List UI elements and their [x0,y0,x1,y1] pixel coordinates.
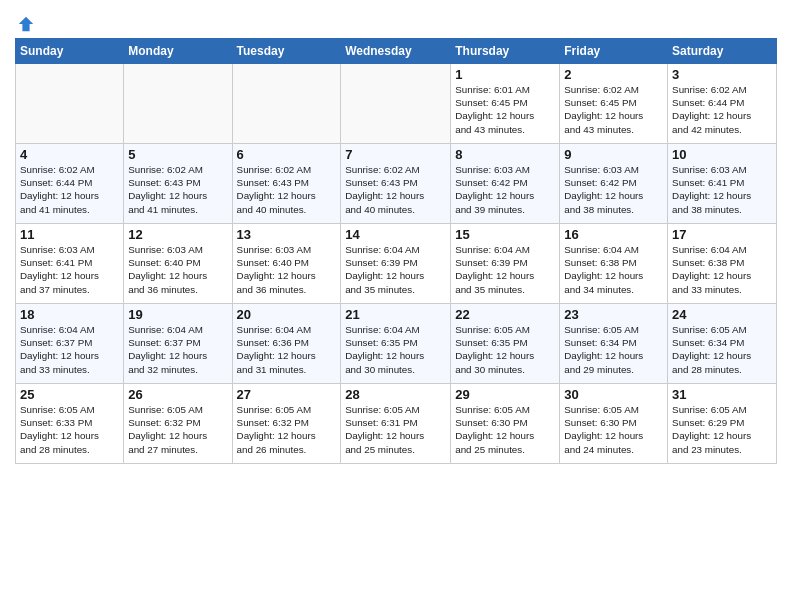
day-info: Sunrise: 6:05 AMSunset: 6:33 PMDaylight:… [20,403,119,456]
day-info: Sunrise: 6:05 AMSunset: 6:32 PMDaylight:… [237,403,337,456]
weekday-header-monday: Monday [124,39,232,64]
weekday-header-wednesday: Wednesday [341,39,451,64]
weekday-header-friday: Friday [560,39,668,64]
calendar-cell: 3Sunrise: 6:02 AMSunset: 6:44 PMDaylight… [668,64,777,144]
day-info: Sunrise: 6:02 AMSunset: 6:43 PMDaylight:… [237,163,337,216]
calendar-cell: 7Sunrise: 6:02 AMSunset: 6:43 PMDaylight… [341,144,451,224]
day-number: 7 [345,147,446,162]
day-number: 27 [237,387,337,402]
day-info: Sunrise: 6:03 AMSunset: 6:42 PMDaylight:… [455,163,555,216]
calendar-cell: 26Sunrise: 6:05 AMSunset: 6:32 PMDayligh… [124,384,232,464]
day-number: 14 [345,227,446,242]
day-info: Sunrise: 6:05 AMSunset: 6:30 PMDaylight:… [455,403,555,456]
weekday-header-saturday: Saturday [668,39,777,64]
calendar-cell: 18Sunrise: 6:04 AMSunset: 6:37 PMDayligh… [16,304,124,384]
day-number: 15 [455,227,555,242]
calendar-cell: 20Sunrise: 6:04 AMSunset: 6:36 PMDayligh… [232,304,341,384]
day-info: Sunrise: 6:04 AMSunset: 6:37 PMDaylight:… [20,323,119,376]
day-info: Sunrise: 6:03 AMSunset: 6:41 PMDaylight:… [20,243,119,296]
weekday-header-tuesday: Tuesday [232,39,341,64]
day-number: 8 [455,147,555,162]
day-number: 20 [237,307,337,322]
day-info: Sunrise: 6:02 AMSunset: 6:43 PMDaylight:… [128,163,227,216]
calendar-table: SundayMondayTuesdayWednesdayThursdayFrid… [15,38,777,464]
calendar-cell: 21Sunrise: 6:04 AMSunset: 6:35 PMDayligh… [341,304,451,384]
day-info: Sunrise: 6:04 AMSunset: 6:39 PMDaylight:… [345,243,446,296]
day-info: Sunrise: 6:02 AMSunset: 6:43 PMDaylight:… [345,163,446,216]
calendar-week-row: 4Sunrise: 6:02 AMSunset: 6:44 PMDaylight… [16,144,777,224]
calendar-cell [124,64,232,144]
day-info: Sunrise: 6:04 AMSunset: 6:38 PMDaylight:… [672,243,772,296]
calendar-week-row: 1Sunrise: 6:01 AMSunset: 6:45 PMDaylight… [16,64,777,144]
day-info: Sunrise: 6:05 AMSunset: 6:29 PMDaylight:… [672,403,772,456]
calendar-cell: 22Sunrise: 6:05 AMSunset: 6:35 PMDayligh… [451,304,560,384]
day-number: 9 [564,147,663,162]
calendar-cell: 6Sunrise: 6:02 AMSunset: 6:43 PMDaylight… [232,144,341,224]
day-info: Sunrise: 6:05 AMSunset: 6:30 PMDaylight:… [564,403,663,456]
day-number: 10 [672,147,772,162]
day-info: Sunrise: 6:05 AMSunset: 6:34 PMDaylight:… [672,323,772,376]
day-info: Sunrise: 6:04 AMSunset: 6:37 PMDaylight:… [128,323,227,376]
calendar-cell: 25Sunrise: 6:05 AMSunset: 6:33 PMDayligh… [16,384,124,464]
calendar-cell: 19Sunrise: 6:04 AMSunset: 6:37 PMDayligh… [124,304,232,384]
calendar-cell: 12Sunrise: 6:03 AMSunset: 6:40 PMDayligh… [124,224,232,304]
calendar-cell: 17Sunrise: 6:04 AMSunset: 6:38 PMDayligh… [668,224,777,304]
day-info: Sunrise: 6:05 AMSunset: 6:34 PMDaylight:… [564,323,663,376]
calendar-cell: 2Sunrise: 6:02 AMSunset: 6:45 PMDaylight… [560,64,668,144]
calendar-cell: 13Sunrise: 6:03 AMSunset: 6:40 PMDayligh… [232,224,341,304]
calendar-cell [232,64,341,144]
day-number: 19 [128,307,227,322]
day-number: 29 [455,387,555,402]
day-info: Sunrise: 6:02 AMSunset: 6:44 PMDaylight:… [672,83,772,136]
calendar-week-row: 25Sunrise: 6:05 AMSunset: 6:33 PMDayligh… [16,384,777,464]
logo-icon [17,15,35,33]
weekday-header-row: SundayMondayTuesdayWednesdayThursdayFrid… [16,39,777,64]
calendar-cell: 5Sunrise: 6:02 AMSunset: 6:43 PMDaylight… [124,144,232,224]
day-number: 24 [672,307,772,322]
day-number: 2 [564,67,663,82]
day-number: 21 [345,307,446,322]
calendar-cell: 8Sunrise: 6:03 AMSunset: 6:42 PMDaylight… [451,144,560,224]
calendar-week-row: 18Sunrise: 6:04 AMSunset: 6:37 PMDayligh… [16,304,777,384]
day-number: 30 [564,387,663,402]
calendar-week-row: 11Sunrise: 6:03 AMSunset: 6:41 PMDayligh… [16,224,777,304]
calendar-cell: 23Sunrise: 6:05 AMSunset: 6:34 PMDayligh… [560,304,668,384]
logo [15,15,35,33]
calendar-cell: 30Sunrise: 6:05 AMSunset: 6:30 PMDayligh… [560,384,668,464]
day-info: Sunrise: 6:05 AMSunset: 6:32 PMDaylight:… [128,403,227,456]
day-info: Sunrise: 6:01 AMSunset: 6:45 PMDaylight:… [455,83,555,136]
day-number: 4 [20,147,119,162]
weekday-header-thursday: Thursday [451,39,560,64]
calendar-cell [16,64,124,144]
day-number: 31 [672,387,772,402]
day-number: 11 [20,227,119,242]
day-info: Sunrise: 6:03 AMSunset: 6:40 PMDaylight:… [237,243,337,296]
day-number: 3 [672,67,772,82]
day-info: Sunrise: 6:02 AMSunset: 6:45 PMDaylight:… [564,83,663,136]
day-info: Sunrise: 6:04 AMSunset: 6:35 PMDaylight:… [345,323,446,376]
calendar-body: 1Sunrise: 6:01 AMSunset: 6:45 PMDaylight… [16,64,777,464]
day-info: Sunrise: 6:04 AMSunset: 6:39 PMDaylight:… [455,243,555,296]
calendar-cell: 15Sunrise: 6:04 AMSunset: 6:39 PMDayligh… [451,224,560,304]
day-number: 23 [564,307,663,322]
day-number: 6 [237,147,337,162]
day-number: 26 [128,387,227,402]
day-info: Sunrise: 6:02 AMSunset: 6:44 PMDaylight:… [20,163,119,216]
calendar-cell: 10Sunrise: 6:03 AMSunset: 6:41 PMDayligh… [668,144,777,224]
calendar-cell: 29Sunrise: 6:05 AMSunset: 6:30 PMDayligh… [451,384,560,464]
calendar-cell: 27Sunrise: 6:05 AMSunset: 6:32 PMDayligh… [232,384,341,464]
day-info: Sunrise: 6:05 AMSunset: 6:35 PMDaylight:… [455,323,555,376]
calendar-cell: 24Sunrise: 6:05 AMSunset: 6:34 PMDayligh… [668,304,777,384]
day-info: Sunrise: 6:03 AMSunset: 6:40 PMDaylight:… [128,243,227,296]
day-info: Sunrise: 6:05 AMSunset: 6:31 PMDaylight:… [345,403,446,456]
day-info: Sunrise: 6:03 AMSunset: 6:42 PMDaylight:… [564,163,663,216]
calendar-cell: 4Sunrise: 6:02 AMSunset: 6:44 PMDaylight… [16,144,124,224]
calendar-cell: 14Sunrise: 6:04 AMSunset: 6:39 PMDayligh… [341,224,451,304]
weekday-header-sunday: Sunday [16,39,124,64]
day-number: 1 [455,67,555,82]
day-number: 18 [20,307,119,322]
day-number: 12 [128,227,227,242]
svg-marker-0 [19,17,33,31]
day-number: 22 [455,307,555,322]
day-number: 17 [672,227,772,242]
